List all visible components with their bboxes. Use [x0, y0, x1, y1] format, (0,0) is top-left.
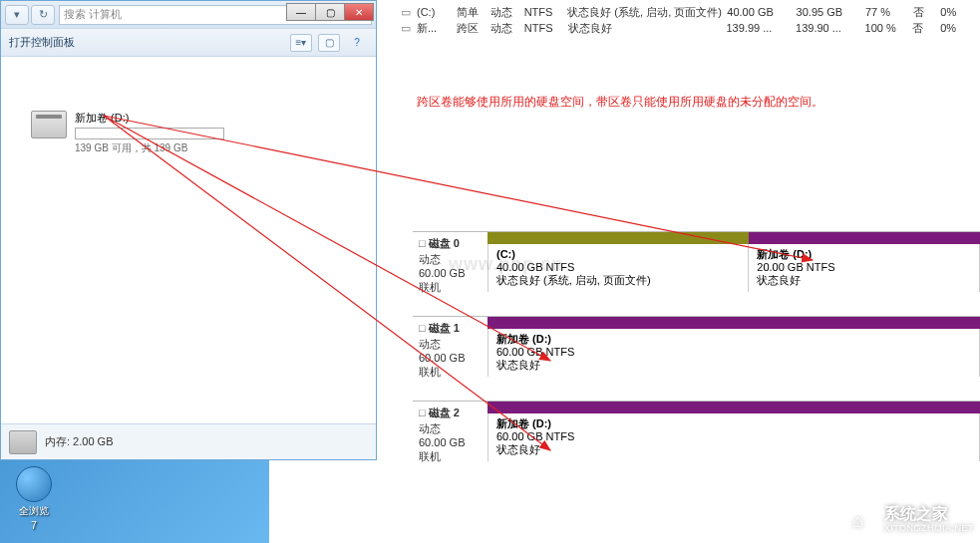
volume-list: ▭ (C:) 简单 动态 NTFS 状态良好 (系统, 启动, 页面文件) 40…: [389, 0, 980, 40]
volume-label: 新加卷 (D:): [496, 417, 971, 430]
vol-percent: 100 %: [859, 22, 907, 34]
memory-label: 内存: 2.00 GB: [45, 434, 113, 449]
toolbar: 打开控制面板 ≡▾ ▢ ?: [1, 29, 376, 57]
browser-icon: [16, 466, 52, 502]
drive-item[interactable]: 新加卷 (D:) 139 GB 可用，共 139 GB: [31, 111, 224, 155]
volume-size-fs: 60.00 GB NTFS: [496, 346, 971, 359]
disk-name: 磁盘 0: [419, 236, 482, 250]
vol-capacity: 40.00 GB: [721, 6, 790, 18]
volume-status: 状态良好: [757, 274, 971, 287]
vol-status: 状态良好 (系统, 启动, 页面文件): [561, 5, 721, 20]
help-button[interactable]: ?: [346, 34, 368, 52]
computer-icon: [9, 430, 37, 454]
search-placeholder: 搜索 计算机: [64, 7, 122, 22]
volume-icon: ▭: [395, 6, 411, 19]
watermark-logo-icon: ⌂: [838, 503, 878, 539]
vol-capacity: 139.99 ...: [720, 22, 790, 34]
vol-name: 新...: [411, 21, 451, 36]
view-menu-button[interactable]: ≡▾: [290, 34, 312, 52]
vol-type: 动态: [485, 5, 518, 20]
vol-status: 状态良好: [562, 21, 721, 36]
nav-buttons: ▾ ↻: [5, 5, 55, 25]
volume-color-bar: [749, 232, 980, 244]
volume-block-d[interactable]: 新加卷 (D:) 60.00 GB NTFS 状态良好: [489, 329, 980, 377]
drive-stats-label: 139 GB 可用，共 139 GB: [75, 141, 224, 155]
vol-overhead: 0%: [934, 22, 974, 34]
volume-color-bar: [488, 317, 980, 329]
volume-block-d[interactable]: 新加卷 (D:) 60.00 GB NTFS 状态良好: [489, 413, 980, 461]
disk-panel-2: 磁盘 2 动态 60.00 GB 联机 新加卷 (D:) 60.00 GB NT…: [413, 401, 980, 467]
disk-state: 联机: [419, 449, 482, 463]
refresh-button[interactable]: ↻: [31, 5, 55, 25]
volume-size-fs: 20.00 GB NTFS: [757, 261, 971, 274]
disk-type: 动态: [419, 421, 482, 435]
disk-name: 磁盘 1: [419, 321, 482, 335]
watermark-logo: ⌂ 系统之家 XITONGZHIJIA.NET: [838, 503, 974, 539]
disk-type: 动态: [419, 337, 482, 351]
drive-capacity-bar: [75, 128, 224, 139]
vol-percent: 77 %: [859, 6, 907, 18]
volume-label: 新加卷 (D:): [496, 333, 971, 346]
volume-block-d[interactable]: 新加卷 (D:) 20.00 GB NTFS 状态良好: [749, 244, 980, 292]
disk-name: 磁盘 2: [419, 406, 482, 419]
vol-free: 30.95 GB: [791, 6, 859, 18]
disk-state: 联机: [419, 280, 482, 294]
disk-summary[interactable]: 磁盘 1 动态 60.00 GB 联机: [413, 317, 488, 383]
drive-name-label: 新加卷 (D:): [75, 111, 224, 126]
drive-info: 新加卷 (D:) 139 GB 可用，共 139 GB: [75, 111, 224, 155]
volume-row[interactable]: ▭ (C:) 简单 动态 NTFS 状态良好 (系统, 启动, 页面文件) 40…: [395, 4, 974, 20]
vol-type: 动态: [485, 21, 518, 36]
back-button[interactable]: ▾: [5, 5, 29, 25]
vol-fs: NTFS: [518, 6, 562, 18]
volume-label: 新加卷 (D:): [757, 248, 971, 261]
vol-name: (C:): [411, 6, 451, 18]
annotation-text: 跨区卷能够使用所用的硬盘空间，带区卷只能使用所用硬盘的未分配的空间。: [417, 94, 823, 111]
volume-status: 状态良好 (系统, 启动, 页面文件): [496, 274, 740, 287]
explorer-window: — ▢ ✕ ▾ ↻ 搜索 计算机 打开控制面板 ≡▾ ▢ ? 新加卷 (D:) …: [0, 0, 377, 460]
disk-panel-1: 磁盘 1 动态 60.00 GB 联机 新加卷 (D:) 60.00 GB NT…: [413, 316, 980, 383]
maximize-button[interactable]: ▢: [315, 3, 345, 21]
shortcut-label-1: 全浏览: [19, 504, 49, 518]
minimize-button[interactable]: —: [286, 3, 316, 21]
vol-fault-tolerance: 否: [907, 5, 935, 20]
vol-layout: 跨区: [451, 21, 485, 36]
disk-summary[interactable]: 磁盘 2 动态 60.00 GB 联机: [413, 402, 488, 467]
volume-color-bar: [488, 232, 749, 244]
volume-status: 状态良好: [496, 443, 971, 456]
watermark-cn: 系统之家: [884, 507, 974, 521]
vol-free: 139.90 ...: [790, 22, 859, 34]
vol-fs: NTFS: [518, 22, 562, 34]
watermark-en: XITONGZHIJIA.NET: [884, 521, 974, 535]
disk-state: 联机: [419, 365, 482, 379]
disk-size: 60.00 GB: [419, 351, 482, 365]
volume-status: 状态良好: [496, 359, 971, 372]
shortcut-label-2: 7: [31, 520, 37, 531]
status-bar: 内存: 2.00 GB: [1, 423, 376, 459]
vol-overhead: 0%: [934, 6, 974, 18]
watermark-center: www.php.cn: [449, 254, 563, 275]
open-control-panel-link[interactable]: 打开控制面板: [9, 35, 75, 50]
disk-size: 60.00 GB: [419, 435, 482, 449]
preview-pane-button[interactable]: ▢: [318, 34, 340, 52]
hard-drive-icon: [31, 111, 67, 138]
desktop-shortcut[interactable]: 全浏览 7: [8, 466, 60, 531]
volume-row[interactable]: ▭ 新... 跨区 动态 NTFS 状态良好 139.99 ... 139.90…: [395, 20, 974, 36]
volume-size-fs: 60.00 GB NTFS: [496, 430, 971, 443]
vdescribing-fault-tolerance: 否: [906, 21, 934, 36]
close-button[interactable]: ✕: [344, 3, 374, 21]
volume-color-bar: [488, 402, 980, 413]
vol-layout: 简单: [451, 5, 485, 20]
volume-icon: ▭: [395, 22, 411, 35]
window-controls: — ▢ ✕: [287, 3, 374, 21]
